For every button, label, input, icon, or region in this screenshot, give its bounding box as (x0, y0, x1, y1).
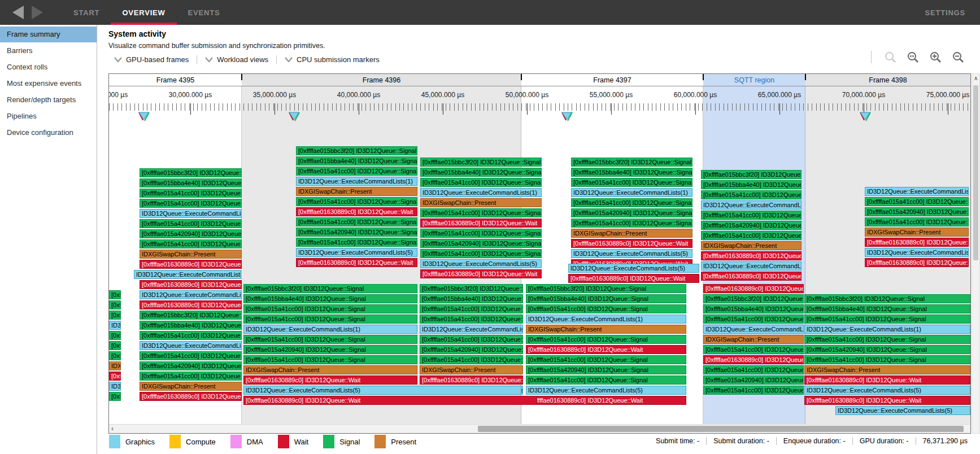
event-bar[interactable]: [0xffffae015a41cc00] ID3D12Queue::Signal (109, 331, 121, 340)
event-bar[interactable]: [0xffffae015a41cc00] ID3D12Queue::Signal (420, 229, 542, 238)
event-bar[interactable]: ID3D12Queue::ExecuteCommandLists(5) (835, 406, 970, 415)
event-bar[interactable]: [0xffffae015a420940] ID3D12Queue::Signal (296, 228, 417, 237)
event-bar[interactable]: [0xffffae015a420940] ID3D12Queue::Signal (140, 361, 242, 370)
event-bar[interactable]: [0xffffae015bbc3f20] ID3D12Queue::Signal (804, 294, 970, 303)
event-bar[interactable]: [0xffffae015a41cc00] ID3D12Queue::Signal (804, 335, 970, 344)
event-bar[interactable]: ID3D12Queue::ExecuteCommandLists(1) (420, 325, 523, 334)
event-bar[interactable]: ID3D12Queue::ExecuteCommandLists(1) (865, 187, 969, 196)
event-bar[interactable]: [0xffffae015a41cc00] ID3D12Queue::Signal (420, 249, 542, 258)
event-bar[interactable]: [0xffffae015bba4e40] ID3D12Queue::Signal (420, 294, 523, 303)
frame-header-frame-4395[interactable]: Frame 4395 (109, 74, 242, 86)
event-bar[interactable]: [0xffffae01630889c0] ID3D12Queue::Wait (571, 239, 692, 248)
sidebar-item-frame-summary[interactable]: Frame summary (0, 27, 97, 42)
event-bar[interactable]: [0xffffae015a41cc00] ID3D12Queue::Signal (420, 355, 523, 364)
event-bar[interactable]: ID3D12Queue::ExecuteCommandLists(5) (296, 248, 417, 257)
event-bar[interactable]: [0xffffae015bba4e40] ID3D12Queue::Signal (526, 294, 686, 303)
event-bar[interactable]: [0xffffae015a41cc00] ID3D12Queue::Signal (420, 178, 542, 187)
event-bar[interactable]: ID3D12Queue::ExecuteCommandLists(1) (296, 177, 417, 186)
event-bar[interactable]: [0xffffae01630889c0] ID3D12Queue::Wait (420, 219, 542, 228)
event-bar[interactable]: [0xffffae015a41cc00] ID3D12Queue::Signal (701, 231, 802, 240)
event-bar[interactable]: IDXGISwapChain::Present (703, 335, 804, 344)
event-bar[interactable]: [0xffffae01630889c0] ID3D12Queue::Wait (109, 372, 121, 381)
event-bar[interactable]: ID3D12Queue::ExecuteCommandLists(1) (526, 315, 686, 324)
event-bar[interactable]: [0xffffae015a41cc00] ID3D12Queue::Signal (703, 365, 804, 374)
event-bar[interactable]: [0xffffae015bba4e40] ID3D12Queue::Signal (571, 168, 692, 177)
event-bar[interactable]: [0xffffae015a420940] ID3D12Queue::Signal (140, 229, 242, 238)
event-bar[interactable]: [0xffffae015a420940] ID3D12Queue::Signal (243, 345, 417, 354)
event-bar[interactable]: [0xffffae015a41cc00] ID3D12Queue::Signal (420, 335, 523, 344)
event-bar[interactable]: [0xffffae015a41cc00] ID3D12Queue::Signal (140, 239, 242, 248)
event-bar[interactable]: [0xffffae015a41cc00] ID3D12Queue::Signal (526, 335, 686, 344)
event-bar[interactable]: ID3D12Queue::ExecuteCommandLists(1) (140, 341, 242, 350)
event-bar[interactable]: [0xffffae015bbc3f20] ID3D12Queue::Signal (109, 290, 121, 299)
event-bar[interactable]: ID3D12Queue::ExecuteCommandLists(1) (243, 325, 417, 334)
horizontal-scroll-thumb[interactable] (478, 426, 964, 432)
frame-marker-icon[interactable] (560, 111, 574, 122)
event-bar[interactable]: [0xffffae015bba4e40] ID3D12Queue::Signal (804, 304, 970, 313)
event-bar[interactable]: [0xffffae015a41cc00] ID3D12Queue::Signal (243, 335, 417, 344)
forward-icon[interactable] (32, 6, 43, 19)
sidebar-item-context-rolls[interactable]: Context rolls (0, 59, 97, 75)
back-icon[interactable] (12, 6, 24, 19)
event-bar[interactable]: [0xffffae015a41cc00] ID3D12Queue::Signal (109, 351, 121, 360)
sidebar-item-render-depth-targets[interactable]: Render/depth targets (0, 92, 97, 108)
event-bar[interactable]: [0xffffae015bbc3f20] ID3D12Queue::Signal (571, 158, 692, 167)
event-bar[interactable]: [0xffffae015a41cc00] ID3D12Queue::Signal (140, 372, 242, 381)
event-bar[interactable]: ID3D12Queue::ExecuteCommandLists(5) (804, 386, 970, 395)
tab-start[interactable]: START (62, 0, 111, 25)
sidebar-item-barriers[interactable]: Barriers (0, 43, 97, 59)
event-bar[interactable]: [0xffffae015bbc3f20] ID3D12Queue::Signal (296, 146, 417, 155)
event-bar[interactable]: ID3D12Queue::ExecuteCommandLists(1) (703, 325, 804, 334)
event-bar[interactable]: ID3D12Queue::ExecuteCommandLists(5) (568, 264, 699, 273)
event-bar[interactable]: IDXGISwapChain::Present (571, 229, 692, 238)
event-bar[interactable]: [0xffffae015bba4e40] ID3D12Queue::Signal (703, 304, 804, 313)
event-bar[interactable]: [0xffffae015a41cc00] ID3D12Queue::Signal (109, 311, 121, 320)
event-bar[interactable]: [0xffffae01630889c0] ID3D12Queue::Wait (140, 260, 242, 269)
event-bar[interactable]: [0xffffae015bbc3f20] ID3D12Queue::Signal (420, 284, 523, 293)
event-bar[interactable]: [0xffffae015a41cc00] ID3D12Queue::Signal (703, 345, 804, 354)
event-bar[interactable]: ID3D12Queue::ExecuteCommandLists(1) (420, 188, 542, 197)
event-bar[interactable]: [0xffffae015bbc3f20] ID3D12Queue::Signal (703, 294, 804, 303)
vertical-scroll-thumb[interactable] (973, 85, 978, 260)
zoom-to-selection-icon[interactable] (884, 51, 896, 63)
event-bar[interactable]: ID3D12Queue::ExecuteCommandLists(5) (109, 382, 121, 391)
event-bar[interactable]: ID3D12Queue::ExecuteCommandLists(5) (526, 386, 686, 395)
event-bar[interactable]: [0xffffae015a41cc00] ID3D12Queue::Signal (296, 197, 417, 206)
event-bar[interactable]: [0xffffae01630889c0] ID3D12Queue::Wait (703, 284, 804, 293)
event-bar[interactable]: IDXGISwapChain::Present (243, 365, 417, 374)
event-bar[interactable]: IDXGISwapChain::Present (420, 365, 523, 374)
event-bar[interactable]: [0xffffae015a41cc00] ID3D12Queue::Signal (296, 167, 417, 176)
frame-header-frame-4396[interactable]: Frame 4396 (242, 74, 521, 86)
event-bar[interactable]: [0xffffae015bbc3f20] ID3D12Queue::Signal (243, 284, 417, 293)
event-bar[interactable]: ID3D12Queue::ExecuteCommandLists(5) (571, 249, 692, 258)
event-bar[interactable]: IDXGISwapChain::Present (701, 241, 802, 250)
event-bar[interactable]: [0xffffae015a420940] ID3D12Queue::Signal (420, 345, 523, 354)
event-bar[interactable]: [0xffffae015a41cc00] ID3D12Queue::Signal (526, 355, 686, 364)
event-bar[interactable]: ID3D12Queue::ExecuteCommandLists(1) (140, 209, 242, 218)
event-bar[interactable]: [0xffffae01630889c0] ID3D12Queue::Wait (804, 376, 970, 385)
event-bar[interactable]: [0xffffae015a420940] ID3D12Queue::Signal (804, 345, 970, 354)
zoom-in-icon[interactable] (929, 51, 942, 63)
event-bar[interactable]: [0xffffae015a41cc00] ID3D12Queue::Signal (571, 219, 692, 228)
event-bar[interactable]: [0xffffae01630889c0] ID3D12Queue::Wait (701, 272, 802, 281)
event-bar[interactable]: [0xffffae01630889c0] ID3D12Queue::Wait (420, 376, 523, 385)
event-bar[interactable]: IDXGISwapChain::Present (140, 382, 242, 391)
event-bar[interactable]: [0xffffae015bba4e40] ID3D12Queue::Signal (420, 168, 542, 177)
event-bar[interactable]: [0xffffae015a41cc00] ID3D12Queue::Signal (865, 197, 969, 206)
event-bar[interactable]: [0xffffae015bba4e40] ID3D12Queue::Signal (243, 294, 417, 303)
event-bar[interactable]: [0xffffae01630889c0] ID3D12Queue::Wait (296, 207, 417, 216)
event-bar[interactable]: [0xffffae015a41cc00] ID3D12Queue::Signal (140, 351, 242, 360)
event-bar[interactable]: [0xffffae01630889c0] ID3D12Queue::Wait (865, 238, 969, 247)
event-bar[interactable]: [0xffffae015bba4e40] ID3D12Queue::Signal (296, 156, 417, 165)
event-bar[interactable]: [0xffffae015a420940] ID3D12Queue::Signal (109, 341, 121, 350)
event-bar[interactable]: ID3D12Queue::ExecuteCommandLists(5) (243, 386, 521, 395)
event-bar[interactable]: [0xffffae015a41cc00] ID3D12Queue::Signal (140, 219, 242, 228)
event-bar[interactable]: [0xffffae015a41cc00] ID3D12Queue::Signal (571, 178, 692, 187)
event-bar[interactable]: ID3D12Queue::ExecuteCommandLists(5) (420, 259, 542, 268)
vertical-scrollbar[interactable]: ∧ (972, 73, 980, 434)
event-bar[interactable]: [0xffffae015bba4e40] ID3D12Queue::Signal (140, 321, 242, 330)
event-bar[interactable]: [0xffffae015a41cc00] ID3D12Queue::Signal (296, 238, 417, 247)
zoom-out-icon[interactable] (952, 51, 964, 63)
event-bar[interactable]: [0xffffae01630889c0] ID3D12Queue::Wait (140, 300, 242, 309)
event-bar[interactable]: [0xffffae015bbc3f20] ID3D12Queue::Signal (526, 284, 686, 293)
